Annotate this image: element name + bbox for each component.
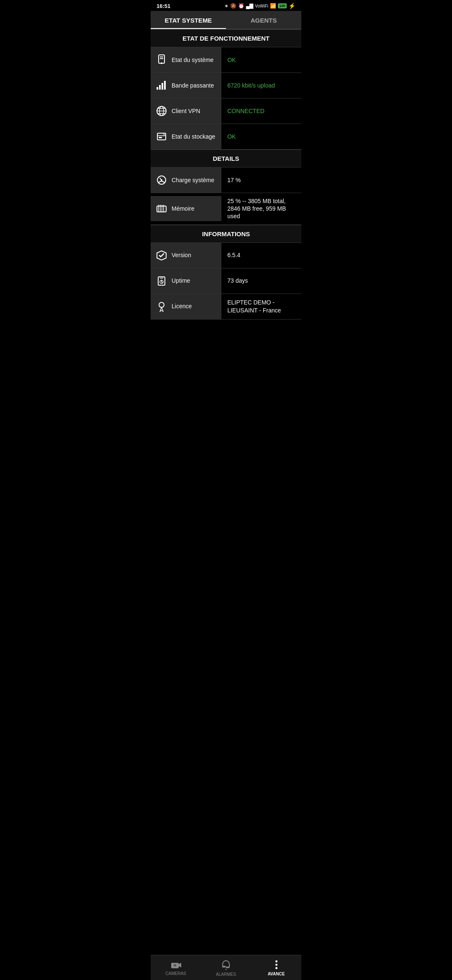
charge-systeme-value: 17 % [221,172,301,188]
etat-stockage-value: OK [221,129,301,144]
tab-etat-systeme[interactable]: ETAT SYSTEME [151,11,226,29]
licence-value: ELIPTEC DEMO - LIEUSAINT - France [221,294,301,318]
status-icons: ∗ 🔕 ⏰ ▄▇ VoWiFi 📶 100 ⚡ [224,3,295,9]
svg-rect-6 [162,83,163,90]
etat-stockage-label: Etat du stockage [151,124,221,149]
uptime-icon [155,274,168,288]
battery-icon: 100 [278,3,287,8]
memoire-label: Mémoire [151,196,221,221]
version-icon [155,249,168,262]
status-time: 16:51 [157,3,170,9]
svg-rect-5 [159,85,161,90]
etat-systeme-label-text: Etat du système [172,57,213,64]
tab-bar: ETAT SYSTEME AGENTS [151,11,301,29]
svg-line-33 [162,282,162,283]
memoire-value: 25 % -- 3805 MB total, 2846 MB free, 959… [221,193,301,224]
client-vpn-value: CONNECTED [221,103,301,119]
charge-systeme-label: Charge système [151,168,221,193]
licence-label-text: Licence [172,303,192,310]
version-row: Version 6.5.4 [151,243,301,268]
memory-icon [155,202,168,215]
charging-icon: ⚡ [288,3,295,9]
vo-wifi-icon: VoWiFi [255,4,268,8]
charge-systeme-row: Charge système 17 % [151,168,301,193]
version-label: Version [151,243,221,268]
memoire-row: Mémoire 25 % -- 3805 MB total, 2846 MB f… [151,193,301,225]
svg-point-35 [159,302,164,307]
uptime-label: Uptime [151,268,221,294]
version-label-text: Version [172,252,191,259]
client-vpn-row: Client VPN CONNECTED [151,98,301,124]
etat-stockage-row: Etat du stockage OK [151,124,301,150]
etat-systeme-value: OK [221,52,301,68]
section-header-details: DETAILS [151,150,301,168]
licence-row: Licence ELIPTEC DEMO - LIEUSAINT - Franc… [151,294,301,320]
etat-systeme-row: Etat du système OK [151,47,301,73]
status-bar: 16:51 ∗ 🔕 ⏰ ▄▇ VoWiFi 📶 100 ⚡ [151,0,301,11]
client-vpn-label: Client VPN [151,98,221,124]
uptime-value: 73 days [221,273,301,289]
svg-rect-16 [159,137,162,138]
licence-label: Licence [151,294,221,319]
uptime-label-text: Uptime [172,277,190,284]
svg-rect-7 [164,81,166,90]
notification-muted-icon: 🔕 [230,3,236,9]
client-vpn-label-text: Client VPN [172,108,200,115]
vpn-icon [155,104,168,118]
etat-systeme-label: Etat du système [151,47,221,72]
gauge-icon [155,173,168,187]
bande-passante-row: Bande passante 6720 kbit/s upload [151,73,301,98]
etat-stockage-label-text: Etat du stockage [172,133,215,140]
charge-systeme-label-text: Charge système [172,177,214,184]
storage-icon [155,130,168,143]
svg-rect-4 [157,87,158,90]
content-area: ETAT DE FONCTIONNEMENT Etat du système O… [151,29,301,350]
signal-icon: ▄▇ [246,3,254,9]
svg-point-15 [164,134,165,135]
bande-passante-value: 6720 kbit/s upload [221,77,301,93]
bluetooth-icon: ∗ [224,3,229,9]
section-header-etat-fonctionnement: ETAT DE FONCTIONNEMENT [151,29,301,47]
bande-passante-label-text: Bande passante [172,82,214,89]
section-header-informations: INFORMATIONS [151,225,301,243]
uptime-row: Uptime 73 days [151,268,301,294]
memoire-label-text: Mémoire [172,205,194,212]
svg-point-3 [161,62,162,64]
svg-point-19 [161,179,162,181]
wifi-icon: 📶 [270,3,276,9]
version-value: 6.5.4 [221,247,301,263]
bande-passante-label: Bande passante [151,73,221,98]
bandwidth-icon [155,79,168,92]
tab-agents[interactable]: AGENTS [226,11,301,29]
alarm-icon: ⏰ [238,3,244,9]
system-icon [155,53,168,67]
licence-icon [155,300,168,313]
